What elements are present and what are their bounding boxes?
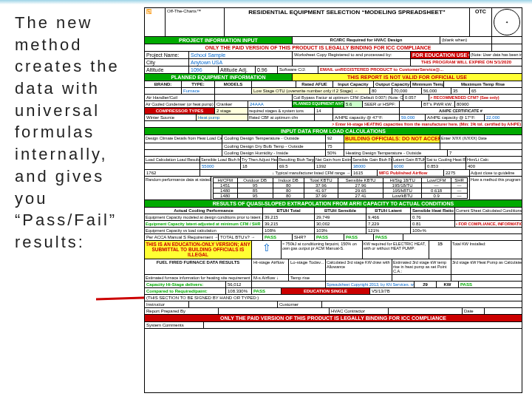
caption-text: The new method creates the data with uni… — [15, 12, 137, 253]
officials-banner: BUILDING OFFICIALS: DO NOT ACCEPT RESULT… — [344, 135, 440, 143]
paid-banner: ONLY THE PAID VERSION OF THIS PRODUCT IS… — [145, 44, 492, 51]
website-link: Spreadsheet Copyright 2013, by KN Servic… — [326, 282, 415, 287]
performance-table: Hi/CFMOutdoor DBIndoor DBTotal KBTUSensi… — [213, 177, 468, 199]
footer-banner: ONLY THE PAID VERSION OF THIS PRODUCT IS… — [145, 315, 522, 321]
spreadsheet-image: 🔁 Off-The-Charts™ RESIDENTIAL EQUIPMENT … — [144, 7, 522, 393]
otc-logo-icon: ✦ — [494, 9, 520, 35]
up-arrow-icon: ⇧ — [252, 241, 282, 258]
sheet-title: RESIDENTIAL EQUIPMENT SELECTION “MODELIN… — [225, 8, 470, 36]
edu-warning: THIS IS AN EDUCATION-ONLY VERSION; ANY S… — [145, 241, 252, 258]
edu-banner: FOR EDUCATION USE ONLY — [411, 52, 470, 58]
pass-result: PASS — [263, 234, 293, 240]
invalid-banner: THIS REPORT IS NOT VALID FOR OFFICIAL US… — [293, 74, 522, 81]
brand: Off-The-Charts™ — [166, 8, 225, 36]
